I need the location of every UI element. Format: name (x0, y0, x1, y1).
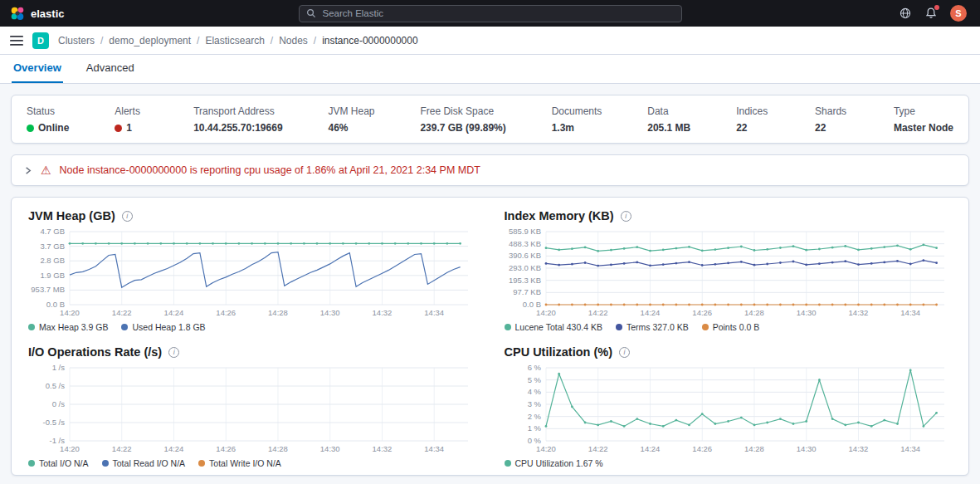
elastic-logo-icon (10, 6, 25, 21)
summary-item-transport-address: Transport Address10.44.255.70:19669 (193, 105, 282, 134)
svg-text:2 %: 2 % (527, 412, 541, 421)
breadcrumb-separator: / (271, 35, 273, 46)
info-icon[interactable]: i (168, 347, 179, 358)
legend-label: Lucene Total 430.4 KB (515, 322, 602, 332)
summary-item-documents: Documents1.3m (552, 105, 602, 134)
elastic-logo[interactable]: elastic (10, 6, 64, 21)
svg-text:0.5 /s: 0.5 /s (46, 381, 65, 390)
chart-cpu-utilization: CPU Utilization (%)i14:2014:2214:2414:26… (505, 345, 953, 468)
legend-item-total-write-i-o-n-a[interactable]: Total Write I/O N/A (198, 458, 281, 468)
info-icon[interactable]: i (619, 347, 630, 358)
alert-badge-dot (934, 5, 939, 10)
breadcrumb-clusters[interactable]: Clusters (58, 35, 95, 46)
breadcrumb-elasticsearch[interactable]: Elasticsearch (205, 35, 264, 46)
breadcrumb-separator: / (197, 35, 199, 46)
summary-label: Free Disk Space (420, 105, 505, 117)
breadcrumb-nodes[interactable]: Nodes (279, 35, 308, 46)
legend-item-points-0-0-b[interactable]: Points 0.0 B (702, 322, 760, 332)
svg-text:14:28: 14:28 (268, 444, 288, 453)
summary-value: 46% (328, 122, 374, 134)
brand-name: elastic (31, 7, 64, 20)
chart-plot-io-rate[interactable]: 14:2014:2214:2414:2614:2814:3014:3214:34… (28, 363, 475, 456)
alert-node-link[interactable]: instance-0000000000 (87, 164, 187, 176)
breadcrumb-bar: D Clusters/demo_deployment/Elasticsearch… (0, 27, 980, 55)
chart-legend: Max Heap 3.9 GBUsed Heap 1.8 GB (28, 322, 476, 332)
tab-overview[interactable]: Overview (12, 55, 63, 83)
legend-item-total-i-o-n-a[interactable]: Total I/O N/A (28, 458, 89, 468)
search-input[interactable] (321, 7, 675, 19)
legend-dot-icon (28, 324, 35, 330)
summary-label: JVM Heap (328, 105, 374, 117)
legend-item-total-read-i-o-n-a[interactable]: Total Read I/O N/A (102, 458, 186, 468)
alert-text-prefix: Node (60, 164, 87, 176)
svg-text:-0.5 /s: -0.5 /s (43, 418, 66, 427)
info-icon[interactable]: i (621, 211, 631, 222)
info-icon[interactable]: i (122, 211, 133, 222)
legend-dot-icon (505, 324, 511, 330)
svg-text:14:34: 14:34 (424, 444, 444, 453)
header-actions: S (899, 5, 970, 22)
status-dot-icon (27, 125, 34, 132)
svg-text:6 %: 6 % (527, 363, 541, 372)
chart-legend: Total I/O N/ATotal Read I/O N/ATotal Wri… (28, 458, 476, 468)
svg-text:14:32: 14:32 (373, 444, 392, 453)
page-content: StatusOnlineAlerts1Transport Address10.4… (0, 84, 980, 484)
summary-label: Indices (736, 105, 769, 117)
svg-text:390.6 KB: 390.6 KB (508, 251, 540, 260)
chart-plot-index-memory[interactable]: 14:2014:2214:2414:2614:2814:3014:3214:34… (505, 227, 951, 320)
summary-value: 1.3m (552, 122, 602, 134)
svg-text:14:30: 14:30 (796, 444, 816, 453)
summary-item-free-disk-space: Free Disk Space239.7 GB (99.89%) (420, 105, 505, 134)
summary-value: 22 (815, 122, 848, 134)
status-dot-icon (115, 125, 122, 132)
chart-title: Index Memory (KB) (505, 209, 614, 222)
alert-callout: ⚠ Node instance-0000000000 is reporting … (11, 154, 969, 186)
chart-title: I/O Operations Rate (/s) (28, 345, 162, 359)
legend-item-max-heap-3-9-gb[interactable]: Max Heap 3.9 GB (28, 322, 108, 332)
breadcrumb-demo-deployment[interactable]: demo_deployment (109, 35, 191, 46)
alert-expand-button[interactable] (23, 166, 32, 175)
legend-dot-icon (102, 460, 109, 467)
svg-text:14:22: 14:22 (112, 444, 132, 453)
svg-text:953.7 MB: 953.7 MB (31, 285, 65, 294)
alerts-button[interactable] (924, 7, 938, 20)
chart-io-rate: I/O Operations Rate (/s)i14:2014:2214:24… (28, 345, 476, 468)
legend-item-lucene-total-430-4-kb[interactable]: Lucene Total 430.4 KB (505, 322, 602, 332)
chart-plot-cpu-utilization[interactable]: 14:2014:2214:2414:2614:2814:3014:3214:34… (505, 363, 951, 456)
svg-text:4.7 GB: 4.7 GB (40, 227, 65, 236)
svg-text:195.3 KB: 195.3 KB (508, 276, 540, 285)
legend-label: Total Read I/O N/A (113, 458, 186, 468)
svg-text:97.7 KB: 97.7 KB (513, 287, 541, 296)
legend-dot-icon (121, 324, 128, 330)
legend-item-cpu-utilization-1-67[interactable]: CPU Utilization 1.67 % (505, 458, 603, 468)
summary-item-alerts: Alerts1 (115, 105, 148, 134)
summary-label: Alerts (115, 105, 148, 117)
deployment-badge[interactable]: D (32, 32, 49, 49)
summary-item-status: StatusOnline (27, 105, 69, 134)
user-avatar[interactable]: S (950, 5, 967, 22)
summary-value: 205.1 MB (647, 122, 690, 134)
node-summary-panel: StatusOnlineAlerts1Transport Address10.4… (11, 95, 969, 144)
summary-label: Type (894, 105, 953, 117)
legend-item-terms-327-0-kb[interactable]: Terms 327.0 KB (616, 322, 689, 332)
global-search[interactable] (299, 5, 682, 22)
svg-text:14:28: 14:28 (744, 444, 764, 453)
menu-button[interactable] (10, 35, 23, 46)
summary-value: Master Node (894, 122, 953, 134)
legend-label: Max Heap 3.9 GB (39, 322, 108, 332)
svg-text:14:24: 14:24 (164, 444, 184, 453)
cloud-deployments-button[interactable] (899, 7, 912, 20)
chart-plot-jvm-heap[interactable]: 14:2014:2214:2414:2614:2814:3014:3214:34… (28, 227, 475, 320)
legend-label: Total Write I/O N/A (209, 458, 281, 468)
tab-advanced[interactable]: Advanced (85, 55, 136, 83)
legend-label: Used Heap 1.8 GB (132, 322, 205, 332)
summary-label: Shards (815, 105, 848, 117)
legend-label: Total I/O N/A (39, 458, 89, 468)
svg-text:14:24: 14:24 (640, 444, 660, 453)
legend-dot-icon (505, 460, 511, 467)
legend-dot-icon (198, 460, 205, 467)
legend-item-used-heap-1-8-gb[interactable]: Used Heap 1.8 GB (121, 322, 205, 332)
svg-text:14:28: 14:28 (268, 308, 288, 317)
svg-text:3 %: 3 % (527, 399, 541, 408)
svg-text:2.8 GB: 2.8 GB (40, 256, 65, 265)
